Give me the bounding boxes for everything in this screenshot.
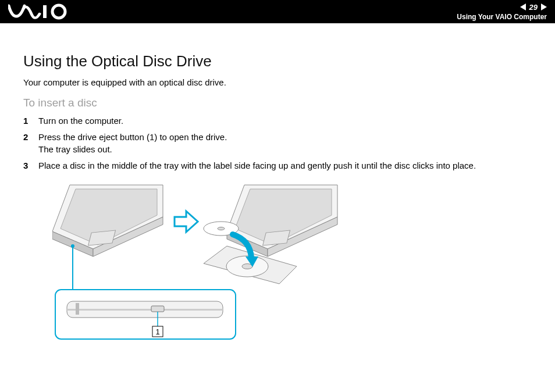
callout-box: 1	[55, 290, 236, 339]
arrow-icon	[175, 211, 198, 232]
svg-rect-22	[151, 306, 164, 312]
page-content: Using the Optical Disc Drive Your comput…	[0, 23, 555, 357]
disc-drive-diagram: 1	[52, 182, 361, 357]
subsection-heading: To insert a disc	[23, 97, 532, 109]
section-title: Using the Optical Disc Drive	[23, 52, 532, 70]
page-header: 29 Using Your VAIO Computer	[0, 0, 555, 23]
svg-point-1	[52, 5, 65, 18]
vaio-logo-svg	[8, 3, 72, 20]
step-text: Place a disc in the middle of the tray w…	[38, 160, 532, 172]
page-navigation: 29	[520, 3, 547, 12]
svg-rect-6	[88, 230, 116, 245]
vaio-logo	[8, 3, 72, 22]
step-text: Turn on the computer.	[38, 115, 532, 127]
instruction-list: 1 Turn on the computer. 2 Press the driv…	[23, 115, 532, 172]
prev-page-icon[interactable]	[520, 3, 526, 10]
laptop-right-with-tray	[204, 185, 337, 284]
step-text: Press the drive eject button (1) to open…	[38, 131, 532, 155]
svg-rect-20	[67, 309, 223, 311]
intro-text: Your computer is equipped with an optica…	[23, 77, 532, 87]
callout-label: 1	[155, 327, 159, 336]
header-right: 29 Using Your VAIO Computer	[457, 0, 547, 23]
step-number: 3	[23, 160, 38, 172]
page-number: 29	[528, 3, 539, 12]
next-page-icon[interactable]	[541, 3, 547, 10]
svg-rect-21	[76, 303, 79, 315]
step-item: 1 Turn on the computer.	[23, 115, 532, 127]
svg-rect-11	[263, 230, 290, 245]
svg-point-16	[218, 227, 225, 230]
svg-rect-0	[43, 5, 47, 18]
laptop-left	[52, 185, 163, 256]
step-item: 2 Press the drive eject button (1) to op…	[23, 131, 532, 155]
header-section-label: Using Your VAIO Computer	[457, 13, 547, 21]
callout-dot	[71, 244, 74, 248]
step-number: 1	[23, 115, 38, 127]
illustration: 1	[52, 182, 532, 357]
step-number: 2	[23, 131, 38, 155]
step-item: 3 Place a disc in the middle of the tray…	[23, 160, 532, 172]
